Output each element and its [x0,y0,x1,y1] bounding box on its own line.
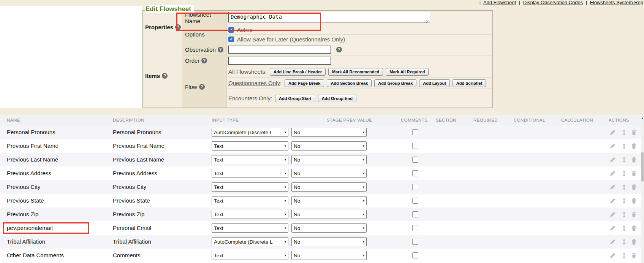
reorder-up-down-icon[interactable] [621,211,627,218]
comments-checkbox[interactable] [412,252,418,258]
link-flowsheets-system-reports[interactable]: Flowsheets System Rep [590,0,643,5]
input-type-select[interactable]: Text▼ [212,251,288,260]
reorder-up-down-icon[interactable] [621,184,627,190]
delete-trash-icon[interactable] [631,225,637,231]
reorder-up-down-icon[interactable] [621,129,627,136]
comments-checkbox[interactable] [412,184,418,190]
delete-trash-icon[interactable] [631,184,637,190]
help-icon[interactable]: ? [336,47,342,52]
name-cell: Previous Zip [7,208,38,221]
help-icon[interactable]: ? [201,58,207,63]
column-header-actions: ACTIONS [609,118,629,122]
edit-pencil-icon[interactable] [609,184,616,190]
delete-trash-icon[interactable] [631,129,637,136]
items-group-label: Items ? [143,44,182,108]
delete-trash-icon[interactable] [631,157,637,163]
reorder-up-down-icon[interactable] [621,143,627,149]
description-cell: Previous First Name [113,139,165,153]
edit-pencil-icon[interactable] [609,252,616,259]
page-top-left-background [0,6,142,108]
stage-prev-value-select[interactable]: No▼ [291,169,367,178]
comments-checkbox[interactable] [412,198,418,204]
flow-button-add-group-break[interactable]: Add Group Break [374,79,416,87]
stage-prev-value-select[interactable]: No▼ [291,251,367,260]
input-type-select[interactable]: Text▼ [212,169,288,178]
selected-value: No [294,253,361,258]
edit-pencil-icon[interactable] [609,239,616,245]
delete-trash-icon[interactable] [631,252,637,259]
delete-trash-icon[interactable] [631,143,637,149]
input-type-select[interactable]: Text▼ [212,155,288,164]
delete-trash-icon[interactable] [631,198,637,204]
observation-input[interactable] [228,46,331,54]
input-type-select[interactable]: AutoComplete (Discrete L▼ [212,128,288,137]
delete-trash-icon[interactable] [631,211,637,218]
name-cell: Personal Pronouns [7,125,55,139]
selected-value: Text [214,157,283,163]
comments-checkbox[interactable] [412,143,418,149]
input-type-select[interactable]: Text▼ [212,210,288,219]
flowsheet-name-input[interactable]: Demographic Data [228,12,430,22]
reorder-up-down-icon[interactable] [621,252,627,259]
order-input[interactable] [228,57,331,65]
allow-save-later-checkbox[interactable]: ✓ [228,36,234,42]
comments-checkbox[interactable] [412,157,418,163]
stage-prev-value-select[interactable]: No▼ [291,182,367,192]
comments-checkbox[interactable] [412,225,418,231]
active-checkbox[interactable]: ✓ [228,27,234,33]
resize-handle-icon[interactable] [426,20,429,23]
comments-checkbox[interactable] [412,239,418,245]
edit-pencil-icon[interactable] [609,211,616,218]
edit-pencil-icon[interactable] [609,225,616,231]
reorder-up-down-icon[interactable] [621,225,627,231]
input-type-select[interactable]: Text▼ [212,223,288,233]
flow-button-mark-all-required[interactable]: Mark All Required [386,68,429,76]
comments-checkbox[interactable] [412,129,418,135]
help-icon[interactable]: ? [162,73,168,79]
edit-pencil-icon[interactable] [609,129,616,136]
flow-button-add-section-break[interactable]: Add Section Break [327,79,372,87]
stage-prev-value-select[interactable]: No▼ [291,223,367,233]
stage-prev-value-select[interactable]: No▼ [291,237,367,246]
flow-button-add-group-start[interactable]: Add Group Start [275,95,315,102]
reorder-up-down-icon[interactable] [621,170,627,177]
reorder-up-down-icon[interactable] [621,198,627,204]
stage-prev-value-select[interactable]: No▼ [291,128,367,137]
reorder-up-down-icon[interactable] [621,157,627,163]
stage-prev-value-select[interactable]: No▼ [291,141,367,151]
stage-prev-value-select[interactable]: No▼ [291,155,367,164]
link-display-observation-codes[interactable]: Display Observation Codes [523,0,583,5]
flow-button-add-scriptlet[interactable]: Add Scriptlet [453,79,486,87]
delete-trash-icon[interactable] [631,170,637,177]
vertical-scrollbar[interactable]: ▲ [641,116,644,263]
delete-trash-icon[interactable] [631,239,637,245]
stage-prev-value-select[interactable]: No▼ [291,196,367,205]
edit-pencil-icon[interactable] [609,143,616,149]
input-type-select[interactable]: Text▼ [212,182,288,192]
scrollbar-thumb[interactable] [641,152,644,182]
edit-pencil-icon[interactable] [609,198,616,204]
all-flowsheets-buttons: Add Line Break / HeaderMark All Recommen… [270,68,432,76]
stage-prev-value-select[interactable]: No▼ [291,210,367,219]
input-type-select[interactable]: Text▼ [212,141,288,151]
flow-button-add-page-break[interactable]: Add Page Break [285,79,324,87]
edit-pencil-icon[interactable] [609,157,616,163]
chevron-down-icon: ▼ [361,213,366,216]
scrollbar-up-arrow-icon[interactable]: ▲ [641,116,644,120]
help-icon[interactable]: ? [199,84,205,90]
comments-checkbox[interactable] [412,170,418,176]
help-icon[interactable]: ? [175,24,181,30]
input-type-select[interactable]: AutoComplete (Discrete L▼ [212,237,288,246]
flow-button-mark-all-recommended[interactable]: Mark All Recommended [328,68,383,76]
comments-checkbox[interactable] [412,211,418,217]
items-group-text: Items [145,73,160,79]
flow-button-add-line-break-header[interactable]: Add Line Break / Header [270,68,326,76]
edit-pencil-icon[interactable] [609,170,616,177]
chevron-down-icon: ▼ [283,213,288,216]
reorder-up-down-icon[interactable] [621,239,627,245]
flow-button-add-group-end[interactable]: Add Group End [318,95,356,102]
link-add-flowsheet[interactable]: Add Flowsheet [483,0,516,5]
input-type-select[interactable]: Text▼ [212,196,288,205]
flow-button-add-layout[interactable]: Add Layout [419,79,450,87]
help-icon[interactable]: ? [218,47,223,52]
